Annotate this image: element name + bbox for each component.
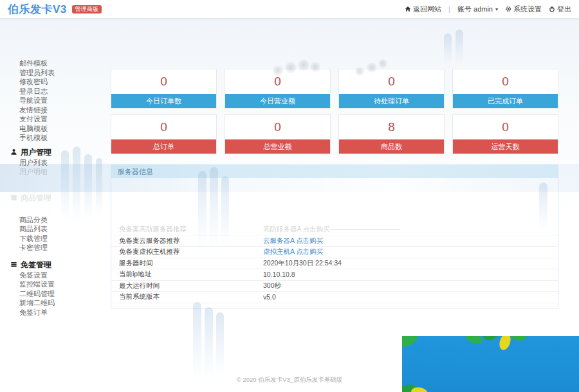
sidebar-item-管理员列表[interactable]: 管理员列表 xyxy=(0,68,96,78)
leaf-decoration xyxy=(402,336,579,392)
header-nav: 返回网站|账号 admin▾系统设置登出 xyxy=(405,4,571,14)
sidebar-group: 邮件模板管理员列表修改密码登录日志导航设置友情链接支付设置电脑模板手机模板 xyxy=(0,58,96,143)
stat-card: 0今日订单数 xyxy=(111,69,217,109)
stat-card: 0运营天数 xyxy=(452,114,558,154)
row-label: 免备案高防服务器推荐 xyxy=(111,225,263,234)
sidebar: 邮件模板管理员列表修改密码登录日志导航设置友情链接支付设置电脑模板手机模板用户管… xyxy=(0,18,96,392)
promo-image[interactable] xyxy=(402,336,579,392)
stat-label: 商品数 xyxy=(339,139,444,154)
sidebar-item-友情链接[interactable]: 友情链接 xyxy=(0,105,96,115)
stat-label: 总营业额 xyxy=(225,139,330,154)
stat-card: 0待处理订单 xyxy=(338,69,445,109)
watermark-bar xyxy=(205,307,213,379)
stat-label: 总订单 xyxy=(111,139,216,154)
stat-card: 8商品数 xyxy=(338,114,445,154)
sidebar-item-商品列表[interactable]: 商品列表 xyxy=(0,224,96,234)
sidebar-group: 商品管理商品分类商品列表下载管理卡密管理 xyxy=(0,192,96,253)
row-value[interactable]: 虚拟主机A 点击购买 xyxy=(263,247,558,256)
sidebar-header-label: 用户管理 xyxy=(21,147,51,158)
box-icon xyxy=(10,194,17,201)
sidebar-item-免签订单[interactable]: 免签订单 xyxy=(0,308,96,317)
row-value[interactable]: 云服务器A 点击购买 xyxy=(263,236,558,245)
list-icon xyxy=(10,261,17,268)
table-row: 服务器时间2020年10月30日 22:54:34 xyxy=(111,258,558,270)
stat-value: 0 xyxy=(225,115,330,139)
row-label: 最大运行时间 xyxy=(111,281,263,290)
nav-return-site[interactable]: 返回网站 xyxy=(405,4,441,14)
nav-label: 账号 admin xyxy=(457,4,493,14)
panel-title: 服务器信息 xyxy=(111,165,558,178)
nav-system-settings[interactable]: 系统设置 xyxy=(505,4,542,14)
row-label: 当前系统版本 xyxy=(111,292,263,301)
stat-value: 0 xyxy=(225,69,330,94)
stats-area: 0今日订单数0今日营业额0待处理订单0已完成订单0总订单0总营业额8商品数0运营… xyxy=(111,69,558,154)
sidebar-item-卡密管理[interactable]: 卡密管理 xyxy=(0,243,96,253)
sidebar-group: 免签管理免签设置监控端设置二维码管理新增二维码免签订单 xyxy=(0,259,96,317)
sidebar-item-用户明细[interactable]: 用户明细 xyxy=(0,167,96,177)
stat-cards-row: 0总订单0总营业额8商品数0运营天数 xyxy=(111,114,558,154)
stat-label: 今日订单数 xyxy=(111,94,216,108)
app-logo: 伯乐发卡V3 xyxy=(8,2,67,17)
sidebar-item-登录日志[interactable]: 登录日志 xyxy=(0,87,96,96)
stat-value: 0 xyxy=(453,69,558,94)
sidebar-item-电脑模板[interactable]: 电脑模板 xyxy=(0,124,96,134)
server-info-panel: 服务器信息 免备案高防服务器推荐高防服务器A 点击购买 ——————————免备… xyxy=(111,165,558,308)
row-value: 300秒 xyxy=(263,281,558,290)
user-icon xyxy=(10,148,17,156)
sidebar-item-导航设置[interactable]: 导航设置 xyxy=(0,96,96,105)
sidebar-item-下载管理[interactable]: 下载管理 xyxy=(0,234,96,244)
table-row: 免备案云服务器推荐云服务器A 点击购买 xyxy=(111,236,558,247)
watermark-bar xyxy=(193,302,201,379)
nav-logout[interactable]: 登出 xyxy=(549,4,571,14)
server-info-table: 免备案高防服务器推荐高防服务器A 点击购买 ——————————免备案云服务器推… xyxy=(111,224,558,303)
sidebar-header-用户管理[interactable]: 用户管理 xyxy=(0,147,96,158)
version-badge: 管理商版 xyxy=(72,5,102,13)
sidebar-item-支付设置[interactable]: 支付设置 xyxy=(0,114,96,124)
sidebar-item-监控端设置[interactable]: 监控端设置 xyxy=(0,280,96,289)
panel-spacer xyxy=(111,178,558,224)
row-label: 当前ip地址 xyxy=(111,270,263,279)
sidebar-item-邮件模板[interactable]: 邮件模板 xyxy=(0,58,96,68)
sidebar-spacer xyxy=(0,204,96,215)
table-row: 最大运行时间300秒 xyxy=(111,281,558,292)
stat-card: 0总营业额 xyxy=(225,114,331,154)
sidebar-item-修改密码[interactable]: 修改密码 xyxy=(0,77,96,87)
row-value: 高防服务器A 点击购买 —————————— xyxy=(263,225,558,234)
stat-value: 0 xyxy=(111,69,216,94)
sidebar-header-商品管理[interactable]: 商品管理 xyxy=(0,192,96,204)
main-content: 0今日订单数0今日营业额0待处理订单0已完成订单0总订单0总营业额8商品数0运营… xyxy=(111,18,558,308)
row-label: 服务器时间 xyxy=(111,259,263,268)
sidebar-item-二维码管理[interactable]: 二维码管理 xyxy=(0,289,96,299)
stat-value: 0 xyxy=(111,115,216,139)
sidebar-item-新增二维码[interactable]: 新增二维码 xyxy=(0,298,96,308)
stat-card: 0今日营业额 xyxy=(225,69,331,109)
nav-label: 系统设置 xyxy=(513,4,542,14)
table-row: 免备案虚拟主机推荐虚拟主机A 点击购买 xyxy=(111,247,558,258)
sidebar-header-label: 免签管理 xyxy=(21,259,51,271)
caret-down-icon: ▾ xyxy=(495,6,498,12)
home-icon xyxy=(405,6,411,12)
stat-card: 0已完成订单 xyxy=(452,69,558,109)
stat-label: 运营天数 xyxy=(453,139,558,154)
stat-label: 今日营业额 xyxy=(225,94,330,108)
table-row: 免备案高防服务器推荐高防服务器A 点击购买 —————————— xyxy=(111,224,558,236)
sidebar-header-免签管理[interactable]: 免签管理 xyxy=(0,259,96,271)
stat-card: 0总订单 xyxy=(111,114,217,154)
table-row: 当前系统版本v5.0 xyxy=(111,292,558,303)
gear-icon xyxy=(505,6,511,12)
sidebar-item-免签设置[interactable]: 免签设置 xyxy=(0,271,96,280)
watermark-bar xyxy=(216,312,224,377)
row-value: 2020年10月30日 22:54:34 xyxy=(263,259,558,268)
row-value: 10.10.10.8 xyxy=(263,271,558,278)
top-header: 伯乐发卡V3 管理商版 返回网站|账号 admin▾系统设置登出 xyxy=(0,0,579,18)
panel-bottom-pad xyxy=(111,303,558,308)
row-label: 免备案虚拟主机推荐 xyxy=(111,247,263,256)
stat-value: 0 xyxy=(453,115,558,139)
stat-value: 0 xyxy=(339,69,444,94)
sidebar-item-商品分类[interactable]: 商品分类 xyxy=(0,215,96,225)
sidebar-item-用户列表[interactable]: 用户列表 xyxy=(0,158,96,168)
nav-account[interactable]: 账号 admin▾ xyxy=(457,4,498,14)
stat-value: 8 xyxy=(339,115,444,139)
stat-cards-row: 0今日订单数0今日营业额0待处理订单0已完成订单 xyxy=(111,69,558,109)
sidebar-item-手机模板[interactable]: 手机模板 xyxy=(0,133,96,143)
